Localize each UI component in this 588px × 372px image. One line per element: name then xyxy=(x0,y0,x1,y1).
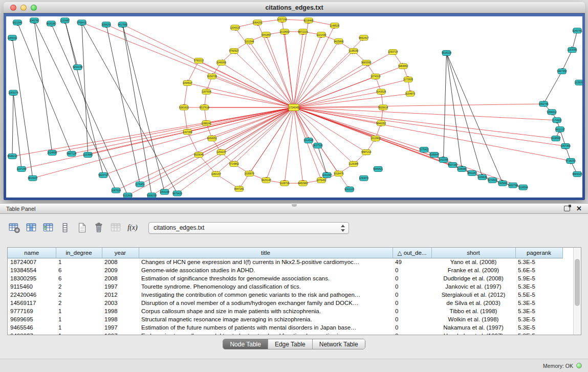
graph-node[interactable]: 9356812 xyxy=(547,110,557,115)
graph-edge[interactable] xyxy=(294,107,556,139)
graph-edge[interactable] xyxy=(294,52,393,107)
graph-node[interactable]: 9346821 xyxy=(373,166,383,171)
network-graph[interactable]: 1724045950561491435281074319968359011381… xyxy=(6,16,582,198)
row-height-icon[interactable] xyxy=(58,221,72,235)
table-row[interactable]: 946362711997Embryonic stem cells: a mode… xyxy=(8,332,562,335)
graph-node[interactable]: 1057369 xyxy=(560,144,571,149)
graph-edge[interactable] xyxy=(184,107,187,132)
column-header-pagerank[interactable]: pagerank xyxy=(515,248,562,258)
graph-edge[interactable] xyxy=(123,25,165,192)
graph-node[interactable]: 1086241 xyxy=(202,121,212,126)
network-canvas[interactable]: 1724045950561491435281074319968359011381… xyxy=(6,16,582,198)
table-settings-icon[interactable] xyxy=(7,221,21,235)
graph-node[interactable]: 1058291 xyxy=(101,22,112,27)
graph-node[interactable]: 1137249 xyxy=(16,166,26,171)
graph-node[interactable]: 1012963 xyxy=(371,136,381,141)
graph-edge[interactable] xyxy=(123,25,152,195)
graph-node[interactable]: 9154873 xyxy=(405,91,416,96)
graph-edge[interactable] xyxy=(212,107,294,139)
graph-node[interactable]: 1074319 xyxy=(371,74,381,79)
graph-node[interactable]: 9185647 xyxy=(429,152,440,158)
graph-node[interactable]: 9647281 xyxy=(234,186,245,191)
graph-edge[interactable] xyxy=(12,93,13,156)
table-row[interactable]: 1872400712008Changes of HCN gene express… xyxy=(8,258,562,266)
graph-edge[interactable] xyxy=(184,83,187,107)
graph-node[interactable]: 9507182 xyxy=(448,162,458,167)
graph-node[interactable]: 1069374 xyxy=(8,90,18,95)
table-row[interactable]: 1938455462009Genome-wide association stu… xyxy=(8,266,562,274)
graph-edge[interactable] xyxy=(12,107,294,156)
graph-edge[interactable] xyxy=(294,66,403,107)
float-panel-icon[interactable] xyxy=(564,206,570,211)
graph-node[interactable]: 1087624 xyxy=(111,188,121,193)
table-row[interactable]: 911546021997Tourette syndrome. Phenomeno… xyxy=(8,282,562,291)
graph-node[interactable]: 1174920 xyxy=(552,118,562,123)
table-scrollbar[interactable] xyxy=(573,248,581,335)
graph-node[interactable]: 1108726 xyxy=(280,181,290,186)
graph-node[interactable]: 9635280 xyxy=(46,21,56,26)
graph-edge[interactable] xyxy=(294,26,335,107)
graph-edge[interactable] xyxy=(239,107,294,189)
column-header-short[interactable]: short xyxy=(431,248,515,258)
table-row[interactable]: 977716911998Corpus callosum shape and si… xyxy=(8,307,562,315)
graph-edge[interactable] xyxy=(294,107,565,146)
graph-node[interactable]: 9872216 xyxy=(298,29,308,34)
graph-node[interactable]: 1109635 xyxy=(477,174,487,180)
graph-node[interactable]: 9483652 xyxy=(398,63,408,69)
graph-edge[interactable] xyxy=(234,51,294,107)
graph-node[interactable]: 1065891 xyxy=(498,181,508,186)
graph-node[interactable]: 9637528 xyxy=(313,143,323,148)
column-header-name[interactable]: name xyxy=(8,248,56,258)
graph-node[interactable]: 9760213 xyxy=(194,58,204,63)
graph-edge[interactable] xyxy=(562,50,572,72)
graph-edge[interactable] xyxy=(294,104,543,107)
graph-node[interactable]: 9505614 xyxy=(378,105,388,110)
graph-edge[interactable] xyxy=(187,61,199,83)
graph-node[interactable]: 1075421 xyxy=(419,147,429,152)
graph-edge[interactable] xyxy=(294,107,557,120)
window-titlebar[interactable]: citations_edges.txt xyxy=(4,2,585,13)
graph-edge[interactable] xyxy=(65,20,78,67)
graph-node[interactable]: 9268051 xyxy=(207,136,217,141)
graph-node[interactable]: 9417065 xyxy=(118,22,128,27)
graph-node[interactable]: 9245781 xyxy=(572,28,582,33)
graph-edge[interactable] xyxy=(294,79,408,107)
graph-node[interactable]: 1154237 xyxy=(216,150,226,155)
graph-node[interactable]: 9263105 xyxy=(344,187,355,192)
table-scrollbar-thumb[interactable] xyxy=(575,259,580,306)
graph-node[interactable]: 9423718 xyxy=(98,172,108,178)
graph-node[interactable]: 9152830 xyxy=(123,193,133,198)
graph-edge[interactable] xyxy=(106,25,140,184)
zoom-window-button[interactable] xyxy=(31,5,37,11)
graph-node[interactable]: 1185032 xyxy=(7,35,17,40)
column-header-title[interactable]: title xyxy=(139,248,393,258)
graph-node[interactable]: 9156735 xyxy=(207,74,217,79)
graph-edge[interactable] xyxy=(216,107,294,174)
import-table-icon[interactable] xyxy=(41,221,55,235)
graph-node[interactable]: 9425896 xyxy=(334,39,344,44)
graph-node[interactable]: 9264158 xyxy=(73,64,83,70)
graph-node[interactable]: 1162395 xyxy=(439,157,448,162)
graph-edge[interactable] xyxy=(34,20,116,190)
graph-edge[interactable] xyxy=(294,94,410,107)
graph-node[interactable]: 1049069 xyxy=(216,60,227,65)
graph-node[interactable]: 9274503 xyxy=(488,178,498,183)
graph-edge[interactable] xyxy=(34,20,52,153)
tab-node-table[interactable]: Node Table xyxy=(223,339,268,349)
graph-node[interactable]: 9760927 xyxy=(229,49,239,54)
new-table-icon[interactable] xyxy=(75,221,89,235)
graph-edge[interactable] xyxy=(212,76,294,107)
graph-node[interactable]: 9714862 xyxy=(229,161,239,166)
graph-node[interactable]: 9602137 xyxy=(555,127,565,132)
graph-node[interactable]: 9768431 xyxy=(77,20,87,25)
close-panel-icon[interactable]: ✕ xyxy=(576,205,582,212)
graph-node[interactable]: 1204318 xyxy=(230,25,241,30)
column-header-in_degree[interactable]: in_degree xyxy=(56,248,102,258)
graph-node[interactable]: 9879420 xyxy=(172,191,183,196)
graph-node[interactable]: 1176451 xyxy=(135,182,145,187)
graph-node[interactable]: 1914545 xyxy=(303,138,314,143)
graph-node[interactable]: 1076452 xyxy=(316,178,326,183)
graph-edge[interactable] xyxy=(294,35,321,107)
graph-node[interactable]: 1092746 xyxy=(538,101,549,106)
graph-edge[interactable] xyxy=(187,132,199,155)
